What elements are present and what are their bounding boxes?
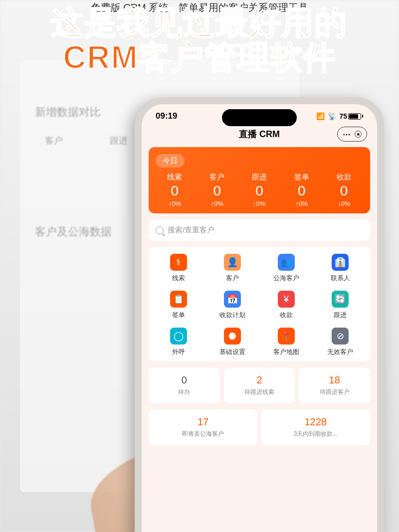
hero-stat-3[interactable]: 签单0↑0% (280, 173, 323, 207)
phone-screen: 09:19 📶 📡 75 直播 CRM ⋯ 今日 (142, 104, 377, 532)
headline: 这是我见过最好用的 CRM客户管理软件 (0, 5, 399, 75)
status-time: 09:19 (156, 111, 177, 121)
hero-stat-4[interactable]: 收款0↓0% (323, 173, 365, 207)
hero-stat-2[interactable]: 跟进0↑0% (238, 173, 281, 207)
feature-customer-map[interactable]: 📍客户地图 (259, 328, 313, 356)
bg-section-label: 新增数据对比 (35, 105, 101, 120)
feature-customers[interactable]: 👤客户 (205, 254, 259, 283)
settings-icon: ⬣ (224, 328, 241, 345)
customer-map-icon: 📍 (278, 328, 295, 345)
payment-plan-icon: 📅 (224, 291, 241, 308)
contracts-icon: 📋 (170, 291, 187, 308)
bg-section-label: 客户及公海数据 (35, 224, 112, 239)
stat-card-2[interactable]: 18待跟进客户 (299, 367, 370, 403)
feature-contacts[interactable]: 👔联系人 (313, 254, 367, 283)
search-input[interactable]: 搜索/查重客户 (149, 219, 370, 241)
today-summary: 今日 线索0↑0%客户0↑0%跟进0↑0%签单0↑0%收款0↓0% (149, 147, 370, 213)
stat-card-3[interactable]: 17即将丢公海客户 (149, 409, 257, 445)
feature-contracts[interactable]: 📋签单 (152, 291, 205, 320)
phone-notch (222, 109, 297, 126)
feature-outbound[interactable]: ◯外呼 (152, 328, 205, 356)
feature-public-customers[interactable]: 👥公海客户 (259, 254, 313, 283)
titlebar: 直播 CRM ⋯ (142, 124, 377, 147)
followup-icon: 🔄 (332, 291, 349, 308)
search-placeholder: 搜索/查重客户 (168, 225, 214, 235)
contacts-icon: 👔 (332, 254, 349, 271)
stat-cards-row2: 17即将丢公海客户12283天内到期收款... (149, 409, 370, 445)
signal-icon: 📶 (316, 112, 325, 120)
bg-col1: 客户 (45, 135, 63, 147)
public-customers-icon: 👥 (278, 254, 295, 271)
stat-card-1[interactable]: 2待跟进线索 (224, 367, 295, 403)
feature-leads[interactable]: ⚕线索 (152, 254, 205, 283)
bg-col2: 跟进 (110, 135, 128, 147)
stat-card-0[interactable]: 0待办 (149, 367, 220, 403)
status-right: 📶 📡 75 (316, 112, 363, 120)
outbound-icon: ◯ (170, 328, 187, 345)
payments-icon: ¥ (278, 291, 295, 308)
period-tab-today[interactable]: 今日 (156, 154, 185, 168)
search-icon (156, 226, 164, 234)
feature-invalid-customers[interactable]: ⊘无效客户 (313, 328, 367, 356)
battery-icon: 75 (339, 112, 363, 120)
miniprogram-menu[interactable]: ⋯ (337, 127, 367, 142)
stat-cards-row1: 0待办2待跟进线索18待跟进客户 (149, 367, 370, 403)
hero-stat-1[interactable]: 客户0↑0% (196, 173, 238, 207)
feature-payment-plan[interactable]: 📅收款计划 (205, 291, 259, 320)
feature-settings[interactable]: ⬣基础设置 (205, 328, 259, 356)
feature-payments[interactable]: ¥收款 (259, 291, 313, 320)
more-icon: ⋯ (343, 130, 351, 139)
leads-icon: ⚕ (170, 254, 187, 271)
close-target-icon (355, 131, 362, 138)
phone-frame: 09:19 📶 📡 75 直播 CRM ⋯ 今日 (135, 97, 384, 532)
customers-icon: 👤 (224, 254, 241, 271)
feature-grid: ⚕线索👤客户👥公海客户👔联系人📋签单📅收款计划¥收款🔄跟进◯外呼⬣基础设置📍客户… (149, 247, 370, 361)
stat-card-4[interactable]: 12283天内到期收款... (261, 409, 370, 445)
invalid-customers-icon: ⊘ (332, 328, 349, 345)
feature-followup[interactable]: 🔄跟进 (313, 291, 367, 320)
wifi-icon: 📡 (328, 112, 336, 120)
hero-stat-0[interactable]: 线索0↑0% (154, 173, 196, 207)
app-title: 直播 CRM (239, 128, 280, 140)
